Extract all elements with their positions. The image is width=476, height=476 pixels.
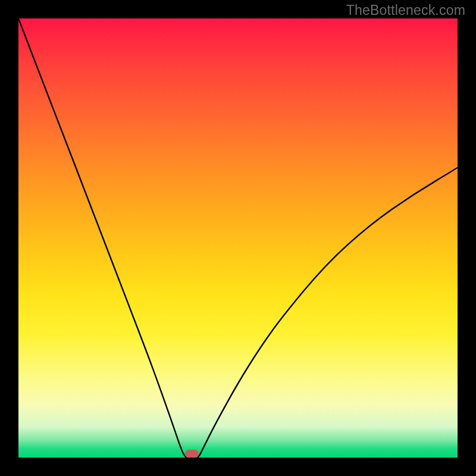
- chart-svg: [18, 18, 458, 458]
- optimal-marker: [186, 450, 199, 458]
- watermark-text: TheBottleneck.com: [346, 2, 465, 18]
- plot-area: [18, 18, 458, 458]
- bottleneck-curve: [18, 18, 458, 458]
- chart-frame: TheBottleneck.com: [0, 0, 476, 476]
